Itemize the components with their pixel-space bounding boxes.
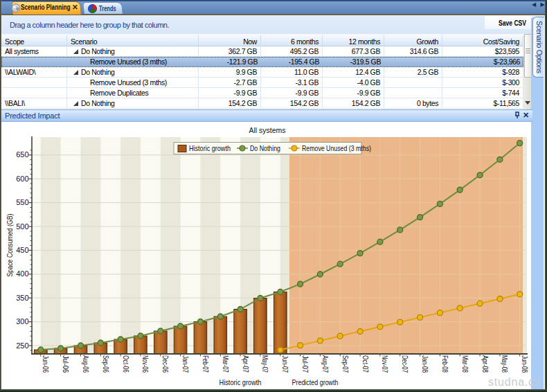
svg-text:Aug-07: Aug-07 bbox=[321, 355, 329, 373]
svg-text:Apr-08: Apr-08 bbox=[481, 355, 489, 373]
svg-text:Historic growth: Historic growth bbox=[219, 378, 262, 386]
svg-text:600: 600 bbox=[16, 175, 28, 183]
svg-text:500: 500 bbox=[16, 222, 28, 231]
svg-text:Jun-08: Jun-08 bbox=[521, 355, 528, 373]
svg-text:Oct-07: Oct-07 bbox=[361, 355, 369, 373]
svg-text:Jul-06: Jul-06 bbox=[62, 355, 69, 373]
svg-text:650: 650 bbox=[16, 150, 28, 159]
svg-text:Space Consumed (GB): Space Consumed (GB) bbox=[6, 214, 14, 277]
svg-text:Feb-08: Feb-08 bbox=[441, 355, 449, 373]
svg-text:250: 250 bbox=[16, 341, 28, 350]
svg-text:Jan-08: Jan-08 bbox=[421, 355, 429, 373]
svg-text:Historic growth: Historic growth bbox=[189, 144, 231, 152]
svg-text:Dec-06: Dec-06 bbox=[161, 355, 169, 373]
svg-text:300: 300 bbox=[16, 317, 28, 326]
svg-text:Nov-07: Nov-07 bbox=[381, 355, 388, 373]
svg-text:Sep-07: Sep-07 bbox=[341, 355, 349, 373]
svg-text:Remove Unused (3 mths): Remove Unused (3 mths) bbox=[302, 144, 371, 152]
svg-text:Nov-06: Nov-06 bbox=[141, 355, 149, 373]
svg-text:Jan-07: Jan-07 bbox=[181, 355, 189, 373]
svg-text:Dec-07: Dec-07 bbox=[401, 355, 409, 373]
svg-text:Predicted growth: Predicted growth bbox=[292, 378, 339, 386]
svg-text:Oct-06: Oct-06 bbox=[122, 355, 129, 373]
svg-text:Mar-08: Mar-08 bbox=[461, 355, 469, 373]
svg-text:450: 450 bbox=[16, 246, 28, 254]
svg-text:Jun-07: Jun-07 bbox=[281, 355, 289, 373]
svg-text:400: 400 bbox=[16, 269, 28, 278]
svg-text:Feb-07: Feb-07 bbox=[201, 355, 209, 373]
svg-text:Mar-07: Mar-07 bbox=[222, 355, 229, 373]
svg-text:All systems: All systems bbox=[249, 126, 286, 134]
svg-text:Jun-06: Jun-06 bbox=[42, 355, 49, 373]
svg-text:Apr-07: Apr-07 bbox=[242, 355, 249, 373]
svg-text:May-07: May-07 bbox=[261, 355, 269, 373]
svg-text:Do Nothing: Do Nothing bbox=[250, 144, 280, 152]
svg-text:May-08: May-08 bbox=[501, 355, 508, 373]
svg-text:Jul-07: Jul-07 bbox=[301, 355, 309, 373]
svg-text:550: 550 bbox=[16, 198, 28, 206]
svg-text:Sep-06: Sep-06 bbox=[102, 355, 109, 373]
svg-text:350: 350 bbox=[16, 294, 28, 302]
svg-text:Aug-06: Aug-06 bbox=[82, 355, 89, 373]
